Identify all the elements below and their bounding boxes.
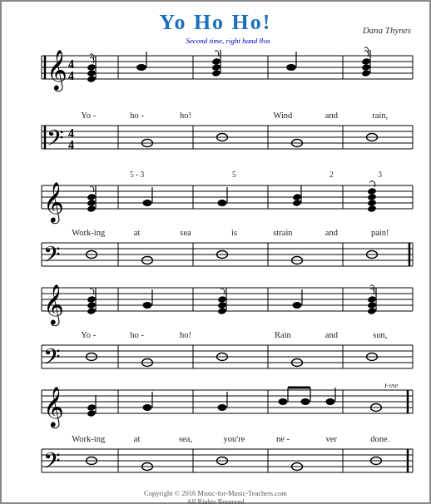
svg-point-69 xyxy=(292,193,301,200)
staff-section-2: 5 - 3 5 2 3 𝄞 xyxy=(18,170,413,281)
copyright: Copyright © 2016 Music-for-Music-Teacher… xyxy=(144,487,287,504)
fingering-row-2: 5 - 3 5 2 3 xyxy=(18,170,413,179)
svg-text:4: 4 xyxy=(68,127,74,140)
treble-staff-3: 𝄞 xyxy=(18,281,416,329)
svg-point-153 xyxy=(87,403,96,411)
svg-text:𝄢: 𝄢 xyxy=(43,344,61,374)
svg-point-108 xyxy=(87,295,96,303)
svg-point-106 xyxy=(87,307,96,314)
svg-point-119 xyxy=(367,301,376,309)
treble-clef-symbol: 𝄞 xyxy=(47,50,67,92)
composer-name: Dana Thynes xyxy=(363,25,411,35)
bass-staff-4: 𝄢 xyxy=(18,442,416,484)
bass-staff-3: 𝄢 xyxy=(18,338,416,380)
svg-point-113 xyxy=(217,301,226,309)
svg-point-72 xyxy=(367,187,376,195)
svg-point-67 xyxy=(218,200,227,206)
bass-staff-2: 𝄢 xyxy=(18,236,416,278)
staff-section-3: 𝄞 xyxy=(18,281,413,383)
svg-point-62 xyxy=(87,199,96,206)
svg-point-74 xyxy=(367,199,376,206)
svg-point-27 xyxy=(361,63,370,71)
svg-point-22 xyxy=(211,69,220,77)
treble-staff-2: 𝄞 xyxy=(18,179,416,227)
sheet-music-page: Yo Ho Ho! Dana Thynes Second time, right… xyxy=(0,0,431,504)
svg-point-61 xyxy=(87,205,96,212)
svg-point-24 xyxy=(286,64,296,71)
svg-point-118 xyxy=(367,295,376,303)
svg-point-161 xyxy=(301,398,310,405)
svg-point-107 xyxy=(87,301,96,309)
svg-point-21 xyxy=(211,63,220,71)
svg-point-75 xyxy=(367,205,376,212)
svg-point-20 xyxy=(211,57,220,65)
svg-point-116 xyxy=(293,302,302,309)
svg-point-14 xyxy=(87,75,96,82)
svg-point-164 xyxy=(326,398,335,405)
svg-point-26 xyxy=(361,57,370,65)
svg-point-15 xyxy=(87,69,96,77)
svg-point-152 xyxy=(87,409,96,417)
svg-point-159 xyxy=(279,398,288,405)
svg-point-155 xyxy=(143,404,152,411)
svg-point-73 xyxy=(367,193,376,200)
svg-text:𝄢: 𝄢 xyxy=(43,448,61,478)
svg-point-70 xyxy=(292,199,301,206)
staff-section-1: 𝄞 4 4 xyxy=(18,43,413,170)
svg-point-114 xyxy=(217,307,226,314)
svg-point-120 xyxy=(367,307,376,314)
svg-point-28 xyxy=(361,69,370,77)
staff-section-4: Fine 𝄞 xyxy=(18,383,413,487)
svg-point-65 xyxy=(143,200,152,206)
svg-text:𝄢: 𝄢 xyxy=(43,242,61,272)
svg-point-157 xyxy=(218,404,227,411)
svg-text:4: 4 xyxy=(68,70,74,82)
fine-label: Fine xyxy=(384,383,399,389)
svg-text:4: 4 xyxy=(68,58,74,71)
svg-text:𝄢: 𝄢 xyxy=(47,126,64,156)
svg-text:4: 4 xyxy=(68,139,74,151)
treble-staff-4: Fine 𝄞 xyxy=(18,383,416,433)
svg-point-112 xyxy=(217,295,226,303)
svg-text:𝄞: 𝄞 xyxy=(43,182,64,225)
bass-staff-1: 𝄢 4 4 xyxy=(18,119,416,167)
svg-text:𝄞: 𝄞 xyxy=(43,387,64,429)
svg-point-63 xyxy=(87,193,96,200)
svg-point-16 xyxy=(87,63,96,71)
svg-point-18 xyxy=(136,64,146,71)
song-title: Yo Ho Ho! xyxy=(160,10,272,35)
svg-text:𝄞: 𝄞 xyxy=(43,284,64,327)
treble-staff-1: 𝄞 4 4 xyxy=(18,43,416,110)
svg-point-110 xyxy=(143,302,152,309)
